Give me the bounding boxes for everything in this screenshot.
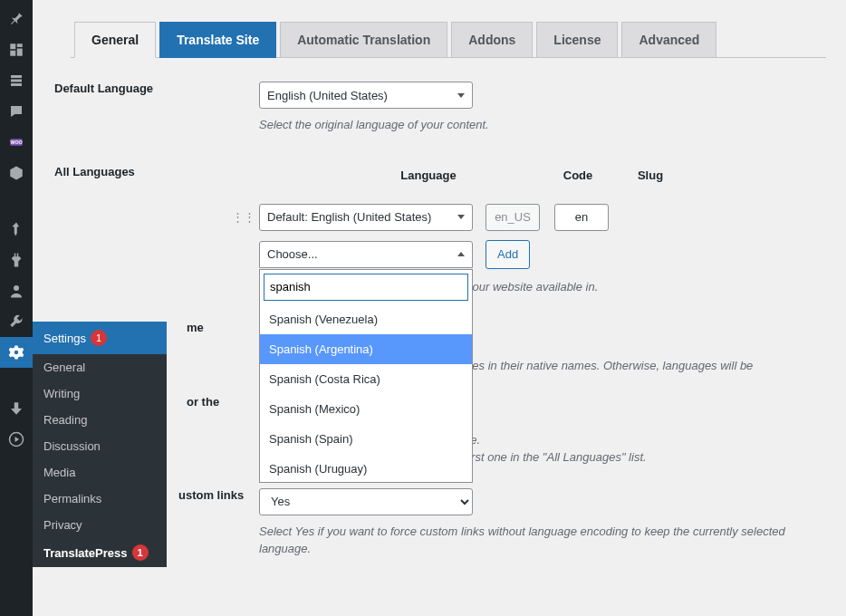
submenu-item-media[interactable]: Media — [33, 459, 167, 486]
slug-input[interactable] — [554, 204, 609, 231]
header-slug: Slug — [614, 168, 687, 182]
language-option[interactable]: Spanish (Argentina) — [260, 334, 472, 364]
settings-badge: 1 — [91, 330, 107, 346]
pin-icon[interactable] — [0, 4, 33, 34]
svg-point-3 — [14, 351, 19, 355]
products-icon[interactable] — [0, 158, 33, 188]
submenu-header[interactable]: Settings 1 — [33, 322, 167, 354]
tab-addons[interactable]: Addons — [451, 22, 533, 58]
tab-general[interactable]: General — [74, 22, 156, 58]
admin-sidebar: WOO — [0, 0, 33, 616]
default-language-row-select[interactable]: Default: English (United States) — [259, 204, 473, 231]
default-language-label: Default Language — [53, 82, 259, 134]
default-language-value: English (United States) — [267, 89, 388, 102]
drag-handle-icon[interactable]: ⋮⋮⋮ — [232, 210, 259, 224]
language-option[interactable]: Spanish (Costa Rica) — [260, 364, 472, 394]
submenu-item-privacy[interactable]: Privacy — [33, 512, 167, 538]
header-language: Language — [315, 168, 542, 182]
tab-automatic-translation[interactable]: Automatic Translation — [280, 22, 447, 58]
submenu-item-discussion[interactable]: Discussion — [33, 433, 167, 459]
woo-icon[interactable]: WOO — [0, 127, 33, 158]
language-option[interactable]: Spanish (Mexico) — [260, 394, 472, 424]
default-language-select[interactable]: English (United States) — [259, 82, 473, 109]
comments-icon[interactable] — [0, 96, 33, 127]
settings-submenu: Settings 1 General Writing Reading Discu… — [33, 322, 167, 567]
svg-text:WOO: WOO — [10, 140, 22, 145]
chevron-down-icon — [457, 215, 465, 219]
appearance-icon[interactable] — [0, 214, 33, 245]
add-button[interactable]: Add — [485, 240, 530, 269]
svg-point-2 — [14, 285, 19, 291]
lang-table-header: Language Code Slug — [259, 168, 826, 182]
dashboard-icon[interactable] — [0, 34, 33, 65]
default-language-help: Select the original language of your con… — [259, 116, 826, 134]
translatepress-badge: 1 — [132, 544, 149, 561]
language-row-add: Choose... Add — [259, 240, 826, 269]
settings-icon[interactable] — [0, 337, 33, 368]
play-icon[interactable] — [0, 424, 33, 455]
tools-icon[interactable] — [0, 306, 33, 337]
submenu-item-translatepress[interactable]: TranslatePress 1 — [33, 538, 167, 567]
header-code: Code — [542, 168, 614, 182]
chevron-up-icon — [457, 252, 465, 256]
translatepress-label: TranslatePress — [43, 546, 128, 560]
force-links-select[interactable]: Yes — [259, 488, 473, 515]
force-links-help: Select Yes if you want to force custom l… — [259, 523, 826, 558]
tabs: General Translate Site Automatic Transla… — [71, 22, 826, 58]
users-icon[interactable] — [0, 275, 33, 306]
language-option[interactable]: Spanish (Venezuela) — [260, 304, 472, 334]
posts-icon[interactable] — [0, 65, 33, 96]
choose-placeholder: Choose... — [267, 247, 318, 261]
language-row-default: ⋮⋮⋮ Default: English (United States) — [232, 204, 826, 231]
language-search-input[interactable] — [264, 274, 468, 301]
language-option[interactable]: Spanish (Spain) — [260, 424, 472, 454]
tab-translate-site[interactable]: Translate Site — [159, 22, 276, 58]
collapse-icon[interactable] — [0, 393, 33, 424]
choose-language-select[interactable]: Choose... — [259, 241, 473, 268]
language-dropdown: Spanish (Venezuela) Spanish (Argentina) … — [259, 269, 473, 483]
default-row-value: Default: English (United States) — [267, 210, 431, 224]
submenu-item-permalinks[interactable]: Permalinks — [33, 486, 167, 512]
tab-license[interactable]: License — [536, 22, 618, 58]
submenu-item-writing[interactable]: Writing — [33, 380, 167, 407]
code-input[interactable] — [485, 204, 540, 231]
submenu-item-general[interactable]: General — [33, 354, 167, 380]
plugins-icon[interactable] — [0, 245, 33, 275]
language-option[interactable]: Spanish (Uruguay) — [260, 454, 472, 482]
chevron-down-icon — [457, 93, 465, 98]
submenu-item-reading[interactable]: Reading — [33, 407, 167, 433]
all-languages-label: All Languages — [53, 165, 259, 296]
submenu-title: Settings — [43, 332, 86, 345]
tab-advanced[interactable]: Advanced — [621, 22, 716, 58]
language-option-list[interactable]: Spanish (Venezuela) Spanish (Argentina) … — [260, 304, 472, 482]
